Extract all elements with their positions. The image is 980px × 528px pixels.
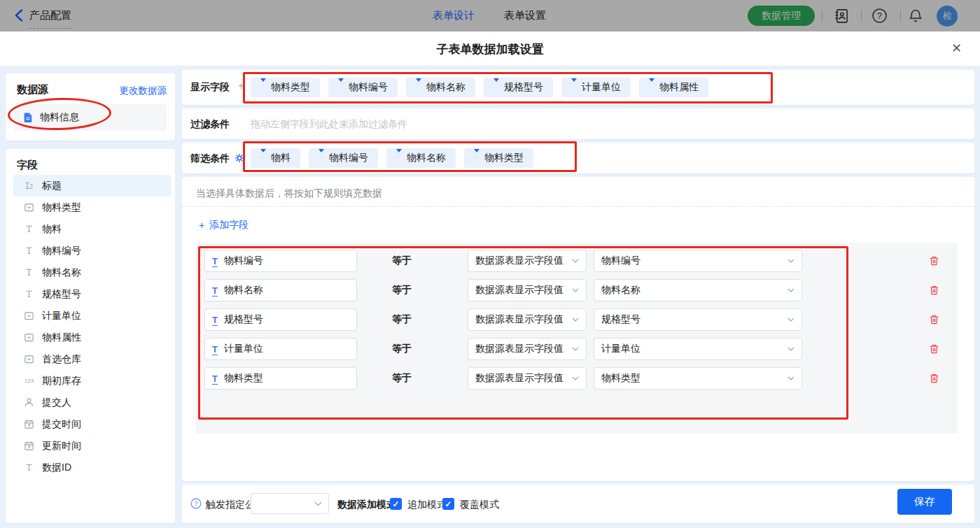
field-item-6[interactable]: 计量单位: [13, 305, 171, 327]
rule-source-select[interactable]: 数据源表显示字段值: [468, 250, 587, 272]
rule-source-select[interactable]: 数据源表显示字段值: [468, 367, 587, 390]
text-field-icon: T: [212, 255, 218, 266]
display-field-tag-3[interactable]: 规格型号: [484, 78, 553, 97]
caret-down-icon: [571, 82, 577, 93]
text-field-icon: T: [212, 314, 218, 325]
field-list: 标题 物料类型 物料 物料编号 物料名称 规格型号 计量单位 物料属性: [6, 175, 175, 478]
field-item-1[interactable]: 物料类型: [13, 197, 171, 218]
close-icon[interactable]: ✕: [951, 41, 962, 56]
tag-label: 物料名称: [426, 81, 465, 94]
datasource-item-label: 物料信息: [40, 111, 79, 124]
filter-condition-dropzone[interactable]: 拖动左侧字段到此处来添加过滤条件: [251, 118, 407, 131]
gear-icon[interactable]: [234, 153, 244, 163]
trash-icon[interactable]: [929, 314, 939, 325]
datasource-item[interactable]: 物料信息: [14, 104, 167, 131]
caret-down-icon: [416, 82, 421, 93]
trash-icon[interactable]: [929, 343, 939, 355]
trash-icon[interactable]: [929, 373, 939, 384]
rules-hint: 当选择具体数据后，将按如下规则填充数据: [196, 187, 382, 200]
title-icon: [23, 180, 35, 191]
fields-panel: 字段 标题 物料类型 物料 物料编号 物料名称 规格型号 计量单位: [6, 149, 175, 523]
save-button[interactable]: 保存: [897, 489, 952, 515]
field-item-label: 规格型号: [42, 288, 81, 301]
field-item-12[interactable]: 更新时间: [13, 435, 171, 457]
tag-label: 物料名称: [407, 152, 446, 164]
rule-target-field[interactable]: T 物料名称: [204, 279, 357, 301]
calendar-icon: [23, 441, 35, 451]
screen-condition-tag-1[interactable]: 物料编号: [309, 148, 378, 168]
caret-down-icon: [493, 82, 499, 93]
screen-condition-tag-2[interactable]: 物料名称: [386, 148, 456, 168]
footer-bar: ? 触发指定公式 数据添加模式: ✓ 追加模式 ✓ 覆盖模式 保存: [182, 485, 974, 523]
rule-source-value: 数据源表显示字段值: [475, 343, 564, 355]
rule-target-field[interactable]: T 计量单位: [204, 338, 357, 360]
tag-label: 物料编号: [329, 152, 368, 164]
rule-value-select[interactable]: 规格型号: [594, 308, 802, 331]
overwrite-mode-checkbox[interactable]: ✓: [442, 498, 454, 510]
screen-condition-tag-3[interactable]: 物料类型: [464, 148, 533, 168]
display-field-tag-0[interactable]: 物料类型: [251, 78, 320, 97]
chevron-down-icon: [572, 376, 579, 380]
trash-icon[interactable]: [929, 255, 939, 266]
formula-select[interactable]: [251, 493, 329, 514]
select-icon: [23, 202, 35, 213]
text-field-icon: T: [212, 343, 218, 355]
append-mode-checkbox[interactable]: ✓: [390, 498, 402, 510]
rule-row-0: T 物料编号 等于 数据源表显示字段值 物料编号: [196, 250, 958, 272]
add-field-button[interactable]: + 添加字段: [199, 219, 248, 231]
field-item-13[interactable]: 数据ID: [13, 457, 171, 478]
append-mode-label: 追加模式: [407, 499, 447, 511]
svg-text:?: ?: [194, 500, 197, 507]
divider: [182, 206, 974, 207]
field-item-11[interactable]: 提交时间: [13, 413, 171, 435]
rule-target-field[interactable]: T 物料编号: [204, 250, 357, 272]
field-item-10[interactable]: 提交人: [13, 392, 171, 413]
select-icon: [23, 354, 35, 364]
display-field-tag-5[interactable]: 物料属性: [639, 78, 708, 97]
rule-source-select[interactable]: 数据源表显示字段值: [468, 279, 587, 301]
trash-icon[interactable]: [929, 285, 939, 296]
change-datasource-link[interactable]: 更改数据源: [120, 85, 167, 97]
rule-value-select[interactable]: 物料类型: [594, 367, 802, 390]
screen-condition-tag-0[interactable]: 物料: [251, 148, 300, 168]
display-fields-tags: 物料类型 物料编号 物料名称 规格型号 计量单位 物料属性: [251, 78, 708, 97]
rule-source-value: 数据源表显示字段值: [475, 255, 564, 267]
field-item-0[interactable]: 标题: [13, 175, 171, 197]
field-item-8[interactable]: 首选仓库: [13, 348, 171, 370]
field-item-label: 标题: [42, 180, 62, 192]
field-item-4[interactable]: 物料名称: [13, 262, 171, 283]
plus-icon[interactable]: +: [238, 80, 244, 92]
chevron-down-icon: [572, 317, 579, 322]
display-field-tag-1[interactable]: 物料编号: [328, 78, 398, 97]
field-item-2[interactable]: 物料: [13, 218, 171, 240]
rule-operator: 等于: [392, 255, 412, 267]
screen-condition-tags: 物料 物料编号 物料名称 物料类型: [251, 148, 533, 168]
help-circle-icon[interactable]: ?: [190, 498, 202, 509]
text-icon: [23, 245, 35, 256]
field-item-9[interactable]: 123 期初库存: [13, 370, 171, 392]
rule-value-select[interactable]: 物料编号: [594, 250, 802, 272]
rule-target-field[interactable]: T 物料类型: [204, 367, 357, 390]
rule-source-select[interactable]: 数据源表显示字段值: [468, 338, 587, 360]
file-icon: [22, 112, 34, 123]
plus-icon: +: [199, 220, 204, 231]
chevron-down-icon: [788, 288, 794, 292]
rule-row-1: T 物料名称 等于 数据源表显示字段值 物料名称: [196, 279, 958, 301]
field-item-label: 首选仓库: [42, 353, 81, 366]
field-item-label: 期初库存: [42, 375, 81, 387]
rule-value-value: 物料名称: [601, 284, 640, 297]
rule-value-select[interactable]: 物料名称: [594, 279, 802, 301]
display-field-tag-2[interactable]: 物料名称: [406, 78, 475, 97]
rule-target-field[interactable]: T 规格型号: [204, 308, 357, 331]
text-icon: [23, 267, 35, 278]
screen-condition-section: 筛选条件 物料 物料编号 物料名称 物料类型: [182, 143, 974, 173]
field-item-7[interactable]: 物料属性: [13, 327, 171, 348]
display-field-tag-4[interactable]: 计量单位: [561, 78, 631, 97]
field-item-5[interactable]: 规格型号: [13, 283, 171, 305]
field-item-label: 提交人: [42, 397, 71, 409]
rule-source-value: 数据源表显示字段值: [475, 284, 564, 297]
chevron-down-icon: [572, 347, 579, 351]
rule-source-select[interactable]: 数据源表显示字段值: [468, 308, 587, 331]
rule-value-select[interactable]: 计量单位: [594, 338, 802, 360]
field-item-3[interactable]: 物料编号: [13, 240, 171, 262]
